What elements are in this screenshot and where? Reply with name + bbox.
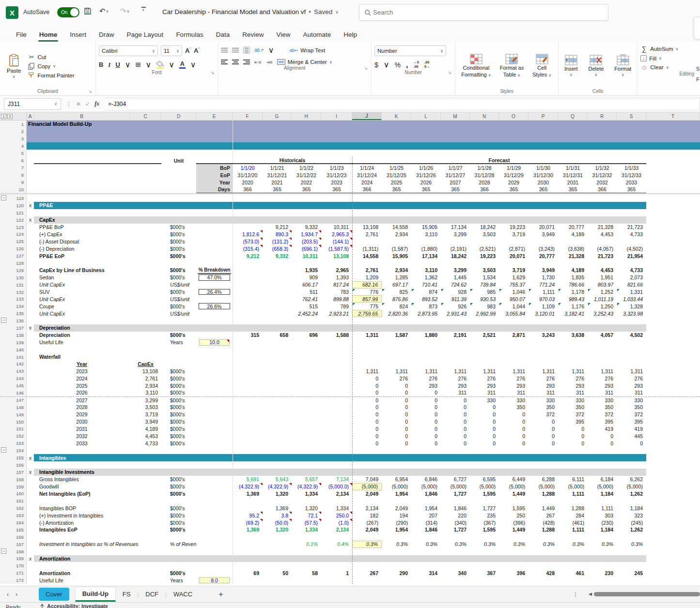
- font-name-select[interactable]: Calibri ∨: [99, 46, 158, 56]
- row-header-123[interactable]: ·123: [0, 224, 27, 231]
- cell-P164[interactable]: (428): [529, 519, 558, 526]
- row-header-151[interactable]: ·151: [0, 426, 27, 433]
- cell-H129[interactable]: 1,935: [292, 267, 321, 274]
- row-header-129[interactable]: ·129: [0, 267, 27, 274]
- title-band[interactable]: [27, 128, 700, 135]
- currency-chevron-icon[interactable]: ∨: [384, 60, 389, 69]
- section-collapse-x[interactable]: x: [27, 454, 34, 461]
- cell-B132[interactable]: SUV: [34, 289, 161, 296]
- cell-S162[interactable]: 1,184: [617, 504, 646, 512]
- cell-K152[interactable]: 0: [382, 432, 411, 440]
- cell-Q151[interactable]: 0: [558, 426, 588, 433]
- cell-M124[interactable]: 3,299: [441, 230, 470, 238]
- cell-M8[interactable]: 31/12/27: [441, 171, 470, 179]
- cell-J146[interactable]: 0: [352, 389, 382, 396]
- cell-F8[interactable]: 31/12/20: [233, 171, 263, 179]
- cell-P10[interactable]: 365: [529, 186, 558, 193]
- cell-N171[interactable]: 367: [470, 569, 499, 577]
- cell-L150[interactable]: 0: [411, 418, 441, 426]
- cell-N8[interactable]: 31/12/28: [470, 171, 499, 179]
- cell-H132[interactable]: 511: [292, 289, 321, 296]
- row-header-130[interactable]: ·130: [0, 274, 27, 281]
- cell-L149[interactable]: 0: [411, 411, 441, 418]
- cell-K171[interactable]: 290: [382, 569, 411, 577]
- cell-B124[interactable]: (+) CapEx: [34, 230, 161, 238]
- excel-app-icon[interactable]: X: [6, 6, 18, 19]
- waterfall-capex-header[interactable]: CapEx: [130, 360, 161, 367]
- unit-column-header[interactable]: Unit: [161, 157, 196, 164]
- row-header-124[interactable]: ·124: [0, 230, 27, 238]
- cell-R159[interactable]: (5,000): [588, 483, 617, 490]
- cell-R145[interactable]: 293: [588, 382, 617, 389]
- cell-E130[interactable]: 47.0%: [199, 274, 230, 281]
- cell-S144[interactable]: 276: [617, 375, 646, 382]
- cell-J163[interactable]: 182: [352, 512, 382, 519]
- cell-G124[interactable]: 890.3: [263, 230, 292, 238]
- cell-N152[interactable]: 0: [470, 432, 499, 440]
- cell-Q138[interactable]: 3,638: [558, 332, 588, 339]
- cell-G8[interactable]: 31/12/21: [263, 171, 292, 179]
- tab-automate[interactable]: Automate: [296, 28, 337, 42]
- cell-J9[interactable]: 2024: [352, 179, 382, 186]
- row-header-157[interactable]: 157: [0, 469, 27, 476]
- cell-K10[interactable]: 365: [382, 186, 411, 193]
- outline-collapse-button[interactable]: −: [1, 318, 6, 323]
- section-collapse-x[interactable]: x: [27, 202, 34, 209]
- cell-G160[interactable]: 1,320: [263, 490, 292, 498]
- increase-font-size-button[interactable]: Aˆ: [185, 47, 191, 54]
- cell-M9[interactable]: 2027: [441, 179, 470, 186]
- cell-I158[interactable]: 7,134: [321, 476, 352, 483]
- cell-D159[interactable]: $000's: [161, 483, 196, 490]
- cell-Q146[interactable]: 311: [558, 389, 588, 396]
- cell-R133[interactable]: 1,011.19: [588, 295, 617, 303]
- cell-M131[interactable]: 724.62: [441, 281, 470, 289]
- cell-B143[interactable]: 2023: [34, 367, 130, 375]
- conditional-formatting-button[interactable]: Conditional Formatting ∨: [458, 54, 494, 78]
- cell-H165[interactable]: 1,334: [292, 526, 321, 533]
- column-header-S[interactable]: S: [617, 112, 646, 120]
- row-header-1[interactable]: 1: [0, 121, 27, 128]
- cell-O129[interactable]: 3,719: [499, 267, 529, 274]
- cell-K151[interactable]: 0: [382, 426, 411, 433]
- cell-S148[interactable]: 350: [617, 404, 646, 411]
- cell-G7[interactable]: 1/1/21: [263, 164, 292, 171]
- number-dialog-launcher-icon[interactable]: ↘: [448, 70, 452, 75]
- cell-S129[interactable]: 4,733: [617, 267, 646, 274]
- cell-P124[interactable]: 3,949: [529, 230, 558, 238]
- cell-Q10[interactable]: 365: [558, 186, 588, 193]
- cell-M164[interactable]: (340): [441, 519, 470, 526]
- column-header-C[interactable]: C: [130, 112, 161, 120]
- prev-sheet-icon[interactable]: ‹: [0, 591, 16, 598]
- cell-N150[interactable]: 0: [470, 418, 499, 426]
- cell-H158[interactable]: 5,657: [292, 476, 321, 483]
- cell-R153[interactable]: 0: [588, 440, 617, 447]
- row-header-171[interactable]: ·171: [0, 569, 27, 577]
- cell-I126[interactable]: (1,587.5): [321, 245, 352, 252]
- cell-P133[interactable]: 970.03: [529, 295, 558, 303]
- tab-view[interactable]: View: [270, 28, 296, 42]
- cell-B123[interactable]: PP&E BoP: [34, 224, 161, 231]
- cell-N123[interactable]: 18,242: [470, 224, 499, 231]
- cell-C144[interactable]: 2,761: [130, 375, 161, 382]
- cell-P162[interactable]: 1,449: [529, 504, 558, 512]
- cell-K9[interactable]: 2025: [382, 179, 411, 186]
- cell-L129[interactable]: 3,110: [411, 267, 441, 274]
- cell-C145[interactable]: 2,934: [130, 382, 161, 389]
- row-header-143[interactable]: ·143: [0, 367, 27, 375]
- percent-format-button[interactable]: %: [394, 61, 400, 69]
- cell-N126[interactable]: (2,521): [470, 245, 499, 252]
- tab-scroll-dots-icon[interactable]: ⋮: [573, 591, 579, 598]
- cell-P130[interactable]: 1,730: [529, 274, 558, 281]
- outline-collapse-button[interactable]: −: [1, 548, 6, 554]
- cell-D124[interactable]: $000's: [161, 230, 196, 238]
- historicals-header[interactable]: Historicals: [233, 157, 352, 164]
- cell-H159[interactable]: (4,322.9): [292, 483, 321, 490]
- cell-H125[interactable]: (203.5): [292, 238, 321, 245]
- cell-S135[interactable]: 3,323.98: [617, 310, 646, 317]
- cell-L162[interactable]: 1,954: [411, 504, 441, 512]
- row-header-165[interactable]: ·165: [0, 526, 27, 533]
- cell-S165[interactable]: 1,262: [617, 526, 646, 533]
- cell-N143[interactable]: 1,311: [470, 367, 499, 375]
- clipboard-dialog-launcher-icon[interactable]: ↘: [88, 89, 92, 94]
- cell-P131[interactable]: 771.24: [529, 281, 558, 289]
